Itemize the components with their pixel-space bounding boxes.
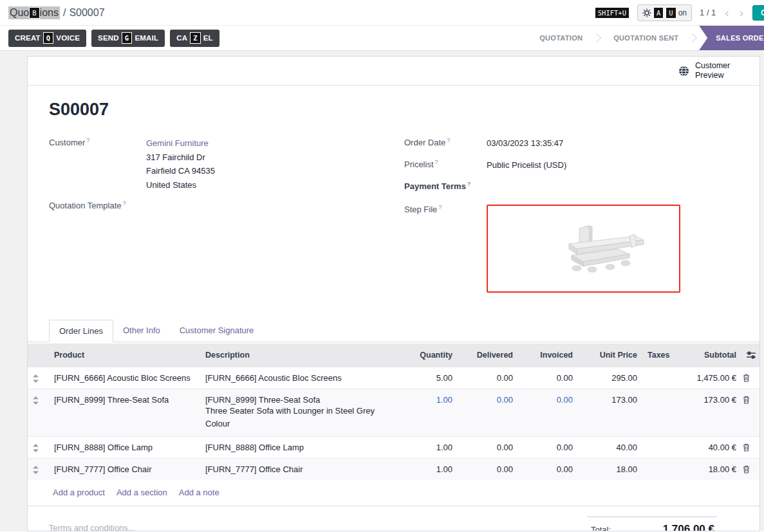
drag-handle-icon[interactable]	[28, 389, 49, 437]
cell-subtotal: 18.00 €	[669, 459, 741, 481]
tab-other-info[interactable]: Other Info	[113, 320, 170, 342]
table-row[interactable]: [FURN_6666] Acoustic Bloc Screens [FURN_…	[28, 367, 760, 389]
field-order-date: Order Date? 03/03/2023 13:35:47	[404, 136, 734, 156]
customer-address-line: Fairfield CA 94535	[146, 164, 215, 178]
form-column-left: Customer? Gemini Furniture 317 Fairchild…	[49, 136, 404, 295]
column-header-quantity[interactable]: Quantity	[401, 344, 458, 367]
drag-handle-icon[interactable]	[28, 459, 49, 481]
send-email-label-prefix: SEND	[98, 34, 119, 42]
cell-delivered[interactable]: 0.00	[458, 459, 518, 481]
column-header-invoiced[interactable]: Invoiced	[518, 344, 578, 367]
shortcut-badge-g: G	[122, 32, 133, 44]
optional-columns-icon[interactable]	[741, 344, 760, 367]
order-date-value[interactable]: 03/03/2023 13:35:47	[487, 136, 563, 156]
delete-row-icon[interactable]	[741, 389, 760, 437]
cell-description[interactable]: [FURN_8999] Three-Seat Sofa Three Seater…	[200, 389, 401, 437]
edge-teal-button[interactable]: Cl	[752, 5, 764, 21]
cell-unit-price[interactable]: 40.00	[578, 437, 642, 459]
column-header-description[interactable]: Description	[200, 344, 401, 367]
cell-unit-price[interactable]: 18.00	[578, 459, 642, 481]
column-header-taxes[interactable]: Taxes	[642, 344, 669, 367]
pager-counter: 1 / 1	[700, 8, 716, 17]
cell-delivered[interactable]: 0.00	[458, 367, 518, 389]
add-section-link[interactable]: Add a section	[116, 488, 167, 497]
gear-icon	[642, 8, 651, 17]
cell-delivered[interactable]: 0.00	[458, 389, 518, 437]
customer-link[interactable]: Gemini Furniture	[146, 138, 209, 148]
help-icon: ?	[467, 181, 471, 187]
table-row[interactable]: [FURN_7777] Office Chair [FURN_7777] Off…	[28, 459, 760, 481]
shortcut-badge-u: U	[666, 7, 676, 19]
table-row[interactable]: [FURN_8888] Office Lamp [FURN_8888] Offi…	[28, 437, 760, 459]
cell-product[interactable]: [FURN_6666] Acoustic Bloc Screens	[49, 367, 200, 389]
topbar-right: SHIFT+U A U on 1 / 1 ‹ › Cl	[595, 5, 764, 21]
cell-unit-price[interactable]: 173.00	[578, 389, 642, 437]
cell-invoiced[interactable]: 0.00	[518, 367, 578, 389]
cell-invoiced[interactable]: 0.00	[518, 389, 578, 437]
cell-taxes[interactable]	[642, 367, 669, 389]
create-invoice-button[interactable]: CREATQVOICE	[8, 30, 86, 47]
column-header-subtotal[interactable]: Subtotal	[669, 344, 741, 367]
cell-description[interactable]: [FURN_7777] Office Chair	[200, 459, 401, 481]
cell-product[interactable]: [FURN_8999] Three-Seat Sofa	[49, 389, 200, 437]
form-sheet: Customer Preview S00007 Customer? Gemini…	[27, 56, 760, 531]
field-payment-terms: Payment Terms?	[404, 180, 734, 199]
step-file-3d-model	[510, 217, 658, 281]
customer-address-line: United States	[146, 178, 215, 192]
tab-order-lines[interactable]: Order Lines	[49, 320, 113, 342]
cell-invoiced[interactable]: 0.00	[518, 459, 578, 481]
cell-taxes[interactable]	[642, 389, 669, 437]
cell-quantity[interactable]: 1.00	[401, 459, 458, 481]
table-row[interactable]: [FURN_8999] Three-Seat Sofa [FURN_8999] …	[28, 389, 760, 437]
send-email-label-suffix: EMAIL	[135, 34, 158, 42]
notebook-tabs: Order Lines Other Info Customer Signatur…	[28, 320, 759, 342]
drag-handle-icon[interactable]	[28, 367, 49, 389]
delete-row-icon[interactable]	[741, 437, 760, 459]
column-header-unit-price[interactable]: Unit Price	[578, 344, 642, 367]
customer-address-line: 317 Fairchild Dr	[146, 151, 215, 165]
cell-product[interactable]: [FURN_8888] Office Lamp	[49, 437, 200, 459]
customer-preview-button[interactable]: Customer Preview	[678, 61, 736, 80]
column-header-delivered[interactable]: Delivered	[458, 344, 518, 367]
action-menu-button[interactable]: A U on	[637, 5, 692, 21]
send-email-button[interactable]: SENDGEMAIL	[91, 30, 165, 47]
pricelist-value[interactable]: Public Pricelist (USD)	[487, 158, 566, 178]
add-product-link[interactable]: Add a product	[53, 488, 105, 497]
description-line: [FURN_8999] Three-Seat Sofa	[205, 395, 396, 405]
delete-row-icon[interactable]	[741, 367, 760, 389]
add-note-link[interactable]: Add a note	[179, 488, 219, 497]
statusbar-chevron-icon	[593, 26, 603, 50]
breadcrumb-parent[interactable]: QuoBions	[8, 6, 60, 19]
form-column-right: Order Date? 03/03/2023 13:35:47 Pricelis…	[404, 136, 734, 295]
help-icon: ?	[86, 137, 89, 143]
status-quotation-sent[interactable]: QUOTATION SENT	[603, 26, 689, 50]
header-action-buttons: CREATQVOICE SENDGEMAIL CAZEL	[8, 30, 219, 47]
cell-quantity[interactable]: 1.00	[401, 437, 458, 459]
create-invoice-label-prefix: CREAT	[15, 34, 41, 42]
status-sales-order[interactable]: SALES ORDER	[699, 26, 764, 50]
action-menu-label: on	[678, 8, 687, 17]
breadcrumb-parent-prefix: Quo	[10, 7, 29, 19]
cell-taxes[interactable]	[642, 437, 669, 459]
help-icon: ?	[435, 159, 438, 165]
cell-invoiced[interactable]: 0.00	[518, 437, 578, 459]
cell-delivered[interactable]: 0.00	[458, 437, 518, 459]
cell-description[interactable]: [FURN_6666] Acoustic Bloc Screens	[200, 367, 401, 389]
cell-description[interactable]: [FURN_8888] Office Lamp	[200, 437, 401, 459]
delete-row-icon[interactable]	[741, 459, 760, 481]
cell-product[interactable]: [FURN_7777] Office Chair	[49, 459, 200, 481]
cell-unit-price[interactable]: 295.00	[578, 367, 642, 389]
cancel-button[interactable]: CAZEL	[170, 30, 219, 47]
step-file-preview[interactable]	[487, 205, 680, 293]
cell-taxes[interactable]	[642, 459, 669, 481]
column-header-product[interactable]: Product	[49, 344, 200, 367]
pager-previous-icon[interactable]: ‹	[723, 7, 730, 19]
tab-customer-signature[interactable]: Customer Signature	[170, 320, 264, 342]
status-quotation[interactable]: QUOTATION	[529, 26, 593, 50]
drag-handle-icon[interactable]	[28, 437, 49, 459]
cell-quantity[interactable]: 5.00	[401, 367, 458, 389]
cell-quantity[interactable]: 1.00	[401, 389, 458, 437]
terms-and-conditions-input[interactable]: Terms and conditions...	[49, 523, 135, 531]
customer-value: Gemini Furniture 317 Fairchild Dr Fairfi…	[146, 136, 215, 192]
pager-next-icon[interactable]: ›	[738, 7, 745, 19]
